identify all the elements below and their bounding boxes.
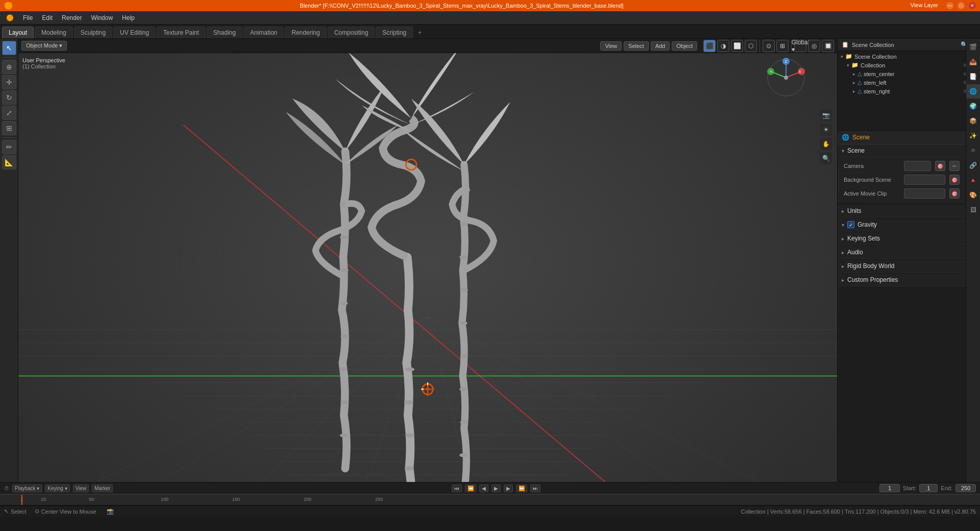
outliner-stem-center[interactable]: ▸ △ stem_center 👁 ⚡ (851, 69, 979, 78)
viewport-canvas (18, 39, 837, 482)
background-scene-value[interactable] (904, 175, 945, 185)
outliner-stem-left[interactable]: ▸ △ stem_left 👁 ⚡ (851, 78, 979, 87)
proportional-edit[interactable]: ◎ (808, 40, 820, 52)
svg-text:Z: Z (785, 60, 788, 63)
outliner-scene-collection-label: Scene Collection (854, 54, 897, 60)
tab-texture-paint[interactable]: Texture Paint (157, 27, 206, 38)
camera-value[interactable] (904, 161, 931, 171)
menu-blender[interactable]: 🟠 (2, 13, 18, 23)
keying-sets-section-header[interactable]: ▸ Keying Sets (838, 232, 966, 245)
sun-icon[interactable]: ☀ (820, 124, 832, 136)
viewport-overlays-toggle[interactable]: ⊙ (763, 40, 775, 52)
current-frame-field[interactable]: 1 (879, 484, 900, 492)
prev-frame-button[interactable]: ⏪ (465, 485, 476, 492)
magnify-icon[interactable]: 🔍 (820, 152, 832, 164)
tool-measure[interactable]: 📐 (2, 155, 16, 170)
outliner-collection[interactable]: ▾ 📁 Collection 👁 ⚡ (845, 61, 979, 69)
svg-text:X: X (799, 70, 801, 74)
object-menu[interactable]: Object (672, 41, 697, 51)
tool-annotate[interactable]: ✏ (2, 140, 16, 154)
background-scene-picker-btn[interactable]: 🎯 (949, 175, 960, 185)
marker-label: Marker (94, 486, 110, 491)
keying-dropdown[interactable]: Keying ▾ (45, 485, 69, 492)
titlebar-title: Blender* [F:\\CONV_V2!!!!!!\12\Lucky_Bam… (13, 3, 911, 9)
hand-icon[interactable]: ✋ (820, 138, 832, 150)
add-menu[interactable]: Add (651, 41, 670, 51)
minimize-button[interactable]: — (946, 2, 953, 9)
audio-section-header[interactable]: ▸ Audio (838, 246, 966, 259)
prev-keyframe-button[interactable]: ◀ (479, 485, 488, 492)
scene-section-header[interactable]: ▾ Scene (838, 144, 966, 157)
next-frame-button[interactable]: ⏩ (516, 485, 527, 492)
gravity-checkbox[interactable] (847, 221, 854, 228)
viewport-3d[interactable]: Object Mode ▾ View Select Add Object ⬛ ◑… (18, 39, 837, 482)
tool-select[interactable]: ↖ (2, 41, 16, 55)
tab-sculpting[interactable]: Sculpting (74, 27, 112, 38)
outliner-scene-collection[interactable]: ▾ 📁 Scene Collection 👁 (839, 52, 979, 61)
menu-window[interactable]: Window (87, 13, 117, 23)
active-clip-label: Active Movie Clip (844, 190, 900, 197)
svg-point-36 (405, 467, 414, 471)
tool-scale[interactable]: ⤢ (2, 106, 16, 120)
viewport-shading-material[interactable]: ◑ (717, 40, 729, 52)
active-clip-picker-btn[interactable]: 🎯 (949, 188, 960, 199)
tool-cursor[interactable]: ⊕ (2, 60, 16, 74)
select-menu[interactable]: Select (624, 41, 649, 51)
frame-ruler[interactable]: 1 10 50 100 150 200 250 (0, 494, 980, 505)
add-workspace-button[interactable]: + (414, 27, 426, 38)
start-frame-field[interactable]: 1 (919, 484, 938, 492)
jump-end-button[interactable]: ⏭ (530, 485, 541, 492)
viewport-shading-wireframe[interactable]: ⬡ (745, 40, 757, 52)
jump-start-button[interactable]: ⏮ (452, 485, 462, 492)
viewport-shading-rendered[interactable]: ⬜ (731, 40, 743, 52)
transform-global-dropdown[interactable]: Global ▾ (794, 40, 806, 52)
playback-dropdown[interactable]: Playback ▾ (12, 485, 42, 492)
snap-toggle[interactable]: 🔲 (822, 40, 834, 52)
tool-rotate[interactable]: ↻ (2, 90, 16, 105)
navigation-gizmo[interactable]: X Y Z (766, 57, 806, 98)
camera-edit-btn[interactable]: ✏ (949, 161, 960, 171)
menu-edit[interactable]: Edit (38, 13, 57, 23)
center-view-label: Center View to Mouse (41, 509, 96, 515)
units-section-header[interactable]: ▸ Units (838, 205, 966, 218)
cursor-icon: ↖ (4, 508, 9, 515)
next-keyframe-button[interactable]: ▶ (504, 485, 513, 492)
menu-file[interactable]: File (19, 13, 37, 23)
background-scene-label: Background Scene (844, 177, 900, 183)
view-menu[interactable]: View (600, 41, 622, 51)
camera-icon[interactable]: 📷 (820, 109, 832, 122)
gravity-section-header[interactable]: ▾ Gravity (838, 219, 966, 231)
custom-properties-section-header[interactable]: ▸ Custom Properties (838, 274, 966, 286)
menu-help[interactable]: Help (118, 13, 139, 23)
tool-move[interactable]: ✛ (2, 75, 16, 89)
svg-text:Y: Y (770, 70, 772, 74)
tab-rendering[interactable]: Rendering (285, 27, 326, 38)
tab-compositing[interactable]: Compositing (328, 27, 375, 38)
scene-props-content: 🌐 Scene ▾ Scene Camera 🎯 ✏ (838, 131, 966, 286)
tab-layout[interactable]: Layout (2, 27, 34, 38)
object-mode-dropdown[interactable]: Object Mode ▾ (21, 41, 67, 51)
menu-render[interactable]: Render (58, 13, 86, 23)
tab-modeling[interactable]: Modeling (35, 27, 73, 38)
viewport-gizmos-toggle[interactable]: ⊞ (776, 40, 789, 52)
separator (3, 57, 15, 58)
scene-section-body: Camera 🎯 ✏ Background Scene 🎯 Active Mov… (838, 157, 966, 203)
tab-uv-editing[interactable]: UV Editing (113, 27, 156, 38)
camera-picker-btn[interactable]: 🎯 (935, 161, 945, 171)
tab-animation[interactable]: Animation (243, 27, 284, 38)
maximize-button[interactable]: □ (958, 2, 965, 9)
view-dropdown[interactable]: View (73, 485, 89, 492)
end-frame-field[interactable]: 250 (955, 484, 976, 492)
tool-transform[interactable]: ⊞ (2, 121, 16, 135)
tab-shading[interactable]: Shading (207, 27, 242, 38)
active-clip-value[interactable] (904, 188, 945, 199)
tab-scripting[interactable]: Scripting (376, 27, 413, 38)
statusbar: ↖ Select ⊙ Center View to Mouse 📸 Collec… (0, 505, 980, 517)
outliner-stem-right[interactable]: ▸ △ stem_right 👁 ⚡ (851, 87, 979, 95)
close-button[interactable]: ✕ (969, 2, 976, 9)
viewport-shading-solid[interactable]: ⬛ (703, 40, 716, 52)
outliner-collection-label: Collection (861, 62, 885, 68)
rigid-body-world-section-header[interactable]: ▸ Rigid Body World (838, 260, 966, 273)
play-button[interactable]: ▶ (492, 485, 501, 492)
marker-dropdown[interactable]: Marker (92, 485, 113, 492)
